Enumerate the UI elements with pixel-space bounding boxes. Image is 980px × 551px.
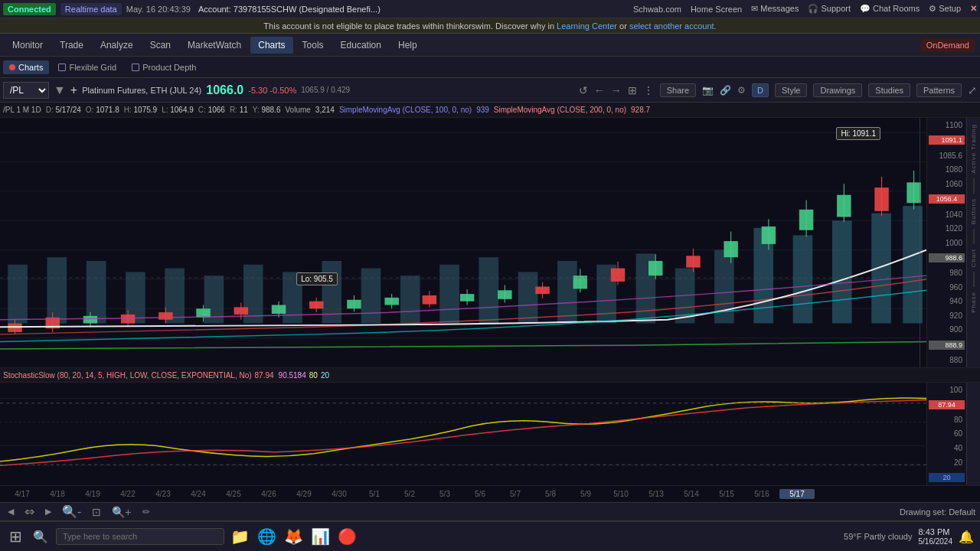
taskbar-icon-edge[interactable]: 🌐 xyxy=(256,526,278,547)
menu-help[interactable]: Help xyxy=(390,37,425,54)
bottom-toolbar: ◀ ⇔ ▶ 🔍- ⊡ 🔍+ ✏ Drawing set: Default xyxy=(0,502,980,520)
zoom-out-button[interactable]: 🔍- xyxy=(59,503,84,520)
menu-bar: Monitor Trade Analyze Scan MarketWatch C… xyxy=(0,34,980,57)
support-link[interactable]: 🎧 Support xyxy=(808,4,851,14)
tab-flexible-grid-label: Flexible Grid xyxy=(69,63,116,72)
stoch-sidebar xyxy=(966,383,980,485)
taskbar-search-input[interactable] xyxy=(56,528,224,545)
close-button[interactable]: ✕ xyxy=(970,4,977,14)
chart-area[interactable]: Hi: 1091.1 Lo: 905.5 xyxy=(0,118,926,367)
stoch-chart[interactable] xyxy=(0,383,926,485)
indicator-sma1-val: 939 xyxy=(476,106,489,114)
studies-button[interactable]: Studies xyxy=(868,83,910,97)
expand-icon[interactable]: ⤢ xyxy=(968,84,977,96)
symbol-plus-icon[interactable]: + xyxy=(70,83,77,97)
tab-dot-grid xyxy=(58,64,66,71)
date-tick-57: 5/7 xyxy=(498,490,533,498)
zoom-in-button[interactable]: 🔍+ xyxy=(109,504,134,520)
share-button[interactable]: Share xyxy=(660,83,696,97)
messages-link[interactable]: ✉ Messages xyxy=(751,4,799,14)
datetime: May. 16 20:43:39 xyxy=(126,5,191,14)
symbol-expand-icon[interactable]: ▼ xyxy=(54,83,66,97)
taskbar-icon-firefox[interactable]: 🦊 xyxy=(283,526,305,547)
tab-product-depth[interactable]: Product Depth xyxy=(126,60,202,74)
date-tick-59: 5/9 xyxy=(568,490,603,498)
chatrooms-link[interactable]: 💬 Chat Rooms xyxy=(860,4,920,14)
indicator-y: Y: 988.6 xyxy=(253,106,281,114)
svg-rect-20 xyxy=(479,257,499,323)
svg-rect-30 xyxy=(871,214,891,324)
svg-rect-18 xyxy=(400,276,420,323)
homescreen-link[interactable]: Home Screen xyxy=(691,5,742,14)
taskbar-icon-thinkorswim[interactable]: 📊 xyxy=(309,526,332,547)
menu-education[interactable]: Education xyxy=(333,37,389,54)
draw-button[interactable]: ✏ xyxy=(139,505,153,519)
tab-charts[interactable]: Charts xyxy=(3,60,49,74)
taskbar: ⊞ 🔍 📁 🌐 🦊 📊 🔴 59°F Partly cloudy 8:43 PM… xyxy=(0,520,980,551)
date-tick-52: 5/2 xyxy=(392,490,427,498)
date-tick-516: 5/16 xyxy=(744,490,779,498)
svg-rect-9 xyxy=(47,257,67,323)
menu-trade[interactable]: Trade xyxy=(52,37,91,54)
stoch-level-80: 80 xyxy=(929,416,965,424)
settings-icon[interactable]: ⚙ xyxy=(737,85,746,96)
style-button[interactable]: Style xyxy=(775,83,807,97)
learning-center-link[interactable]: Learning Center xyxy=(557,21,617,31)
camera-icon[interactable]: 📷 xyxy=(702,85,714,96)
price-level-880: 880 xyxy=(929,356,965,364)
menu-marketwatch[interactable]: MarketWatch xyxy=(180,37,249,54)
indicator-volume: Volume xyxy=(286,106,311,114)
stoch-badge-87: 87.94 xyxy=(929,400,965,409)
sidebar-label-chart: Chart xyxy=(970,249,977,268)
warning-bar: This account is not eligible to place tr… xyxy=(0,18,980,34)
menu-analyze[interactable]: Analyze xyxy=(93,37,141,54)
symbol-bar: /PL ▼ + Platinum Futures, ETH (JUL 24) 1… xyxy=(0,78,980,103)
tab-flexible-grid[interactable]: Flexible Grid xyxy=(52,60,122,74)
search-button[interactable]: 🔍 xyxy=(30,528,51,546)
zoom-fit-button[interactable]: ⊡ xyxy=(89,504,104,520)
scroll-handle[interactable]: ⇔ xyxy=(21,503,38,520)
taskbar-icon-explorer[interactable]: 📁 xyxy=(229,526,251,547)
link-icon[interactable]: 🔗 xyxy=(720,85,731,96)
patterns-button[interactable]: Patterns xyxy=(916,83,962,97)
schwab-link[interactable]: Schwab.com xyxy=(633,5,681,14)
forward-icon[interactable]: → xyxy=(611,84,622,96)
date-tick-510: 5/10 xyxy=(603,490,639,498)
symbol-select[interactable]: /PL xyxy=(3,82,49,99)
scroll-right-button[interactable]: ▶ xyxy=(42,505,54,518)
back-icon[interactable]: ← xyxy=(594,84,605,96)
sidebar-divider-3 xyxy=(973,272,975,287)
more-icon[interactable]: ⋮ xyxy=(643,84,654,96)
right-sidebar: Active Trading Buttons Chart Phase xyxy=(966,118,980,367)
tab-charts-label: Charts xyxy=(18,63,43,72)
setup-link[interactable]: ⚙ Setup xyxy=(929,4,961,14)
price-level-1085: 1085.6 xyxy=(929,152,965,160)
menu-charts[interactable]: Charts xyxy=(250,37,292,54)
drawing-set-label: Drawing set: Default xyxy=(900,507,975,517)
menu-scan[interactable]: Scan xyxy=(142,37,178,54)
period-button[interactable]: D xyxy=(752,83,769,97)
price-level-888: 888.9 xyxy=(929,341,965,350)
sidebar-label-buttons: Buttons xyxy=(970,198,977,224)
price-level-1020: 1020 xyxy=(929,224,965,233)
indicator-o: O: 1071.8 xyxy=(86,106,119,114)
menu-tools[interactable]: Tools xyxy=(295,37,332,54)
menu-monitor[interactable]: Monitor xyxy=(5,37,51,54)
indicator-bar: /PL 1 M 1D D: 5/17/24 O: 1071.8 H: 1075.… xyxy=(0,103,980,118)
windows-start-button[interactable]: ⊞ xyxy=(6,526,25,547)
indicator-symbol: /PL 1 M 1D xyxy=(3,106,41,114)
svg-rect-10 xyxy=(87,261,106,324)
taskbar-icon-app[interactable]: 🔴 xyxy=(336,526,358,547)
scroll-left-button[interactable]: ◀ xyxy=(5,505,17,518)
drawings-button[interactable]: Drawings xyxy=(813,83,862,97)
ondemand-button[interactable]: OnDemand xyxy=(920,38,975,52)
select-account-link[interactable]: select another account. xyxy=(629,21,717,31)
svg-rect-17 xyxy=(361,269,381,324)
grid-icon[interactable]: ⊞ xyxy=(628,84,637,96)
date-tick-53: 5/3 xyxy=(427,490,462,498)
date-tick-51: 5/1 xyxy=(357,490,392,498)
refresh-icon[interactable]: ↺ xyxy=(579,84,588,96)
date-tick-417: 4/17 xyxy=(5,490,40,498)
price-level-900: 900 xyxy=(929,325,965,334)
taskbar-notification[interactable]: 🔔 xyxy=(959,530,974,544)
